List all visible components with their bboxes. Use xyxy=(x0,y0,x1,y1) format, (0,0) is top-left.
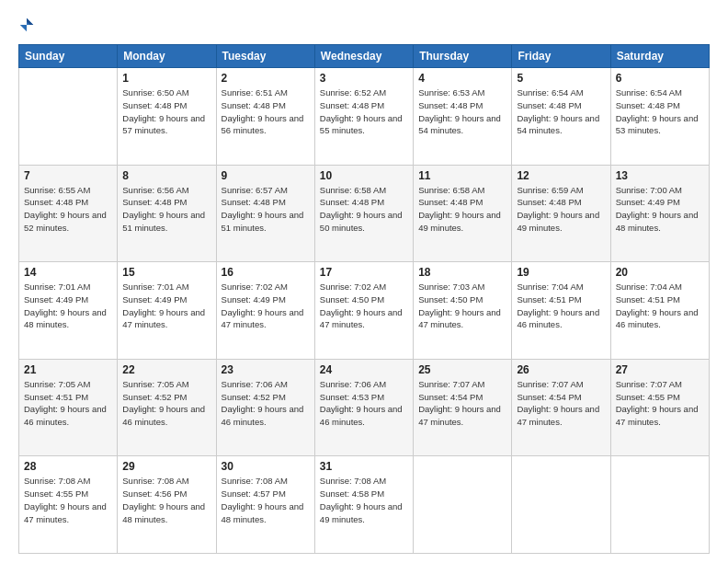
calendar-cell xyxy=(610,456,709,554)
col-header-friday: Friday xyxy=(512,45,610,68)
calendar-week-row: 14Sunrise: 7:01 AM Sunset: 4:49 PM Dayli… xyxy=(19,262,710,360)
day-info: Sunrise: 7:00 AM Sunset: 4:49 PM Dayligh… xyxy=(616,184,704,235)
calendar-cell: 14Sunrise: 7:01 AM Sunset: 4:49 PM Dayli… xyxy=(19,262,118,360)
day-number: 10 xyxy=(320,169,408,182)
calendar-cell: 1Sunrise: 6:50 AM Sunset: 4:48 PM Daylig… xyxy=(118,68,216,166)
calendar-cell: 27Sunrise: 7:07 AM Sunset: 4:55 PM Dayli… xyxy=(610,359,709,456)
day-number: 30 xyxy=(222,460,310,473)
day-info: Sunrise: 6:58 AM Sunset: 4:48 PM Dayligh… xyxy=(320,184,408,235)
calendar-week-row: 1Sunrise: 6:50 AM Sunset: 4:48 PM Daylig… xyxy=(19,68,710,166)
calendar-header-row: SundayMondayTuesdayWednesdayThursdayFrid… xyxy=(19,45,710,68)
calendar-cell: 6Sunrise: 6:54 AM Sunset: 4:48 PM Daylig… xyxy=(610,68,709,166)
day-info: Sunrise: 6:56 AM Sunset: 4:48 PM Dayligh… xyxy=(122,184,210,235)
header xyxy=(18,17,710,33)
day-number: 14 xyxy=(24,266,112,279)
calendar-week-row: 21Sunrise: 7:05 AM Sunset: 4:51 PM Dayli… xyxy=(19,359,710,456)
day-number: 13 xyxy=(616,169,704,182)
day-info: Sunrise: 6:53 AM Sunset: 4:48 PM Dayligh… xyxy=(418,86,506,137)
logo-icon xyxy=(18,17,35,33)
day-number: 28 xyxy=(24,460,112,473)
calendar-cell: 28Sunrise: 7:08 AM Sunset: 4:55 PM Dayli… xyxy=(19,456,118,554)
day-info: Sunrise: 6:50 AM Sunset: 4:48 PM Dayligh… xyxy=(122,86,210,137)
calendar-cell: 26Sunrise: 7:07 AM Sunset: 4:54 PM Dayli… xyxy=(512,359,610,456)
calendar-table: SundayMondayTuesdayWednesdayThursdayFrid… xyxy=(18,44,710,554)
day-info: Sunrise: 6:52 AM Sunset: 4:48 PM Dayligh… xyxy=(320,86,408,137)
day-number: 25 xyxy=(418,363,506,376)
calendar-cell: 3Sunrise: 6:52 AM Sunset: 4:48 PM Daylig… xyxy=(314,68,413,166)
calendar-cell: 12Sunrise: 6:59 AM Sunset: 4:48 PM Dayli… xyxy=(512,165,610,262)
calendar-cell: 29Sunrise: 7:08 AM Sunset: 4:56 PM Dayli… xyxy=(118,456,216,554)
day-number: 23 xyxy=(222,363,310,376)
day-number: 24 xyxy=(320,363,408,376)
day-info: Sunrise: 7:05 AM Sunset: 4:52 PM Dayligh… xyxy=(122,378,210,429)
day-info: Sunrise: 7:08 AM Sunset: 4:56 PM Dayligh… xyxy=(122,475,210,525)
day-number: 22 xyxy=(122,363,210,376)
calendar-cell: 5Sunrise: 6:54 AM Sunset: 4:48 PM Daylig… xyxy=(512,68,610,166)
calendar-cell: 22Sunrise: 7:05 AM Sunset: 4:52 PM Dayli… xyxy=(118,359,216,456)
day-number: 20 xyxy=(616,266,704,279)
calendar-cell xyxy=(19,68,118,166)
col-header-wednesday: Wednesday xyxy=(314,45,413,68)
day-info: Sunrise: 7:04 AM Sunset: 4:51 PM Dayligh… xyxy=(517,281,605,331)
calendar-cell: 21Sunrise: 7:05 AM Sunset: 4:51 PM Dayli… xyxy=(19,359,118,456)
day-number: 29 xyxy=(122,460,210,473)
day-number: 16 xyxy=(222,266,310,279)
calendar-cell: 9Sunrise: 6:57 AM Sunset: 4:48 PM Daylig… xyxy=(216,165,314,262)
day-number: 2 xyxy=(222,72,310,85)
day-number: 21 xyxy=(24,363,112,376)
day-info: Sunrise: 6:58 AM Sunset: 4:48 PM Dayligh… xyxy=(418,184,506,235)
day-number: 17 xyxy=(320,266,408,279)
calendar-cell: 4Sunrise: 6:53 AM Sunset: 4:48 PM Daylig… xyxy=(414,68,512,166)
calendar-cell: 10Sunrise: 6:58 AM Sunset: 4:48 PM Dayli… xyxy=(314,165,413,262)
day-number: 1 xyxy=(122,72,210,85)
day-info: Sunrise: 7:06 AM Sunset: 4:53 PM Dayligh… xyxy=(320,378,408,429)
calendar-cell: 30Sunrise: 7:08 AM Sunset: 4:57 PM Dayli… xyxy=(216,456,314,554)
day-info: Sunrise: 6:57 AM Sunset: 4:48 PM Dayligh… xyxy=(222,184,310,235)
calendar-cell: 7Sunrise: 6:55 AM Sunset: 4:48 PM Daylig… xyxy=(19,165,118,262)
calendar-cell: 11Sunrise: 6:58 AM Sunset: 4:48 PM Dayli… xyxy=(414,165,512,262)
calendar-cell: 24Sunrise: 7:06 AM Sunset: 4:53 PM Dayli… xyxy=(314,359,413,456)
logo xyxy=(18,17,36,33)
day-info: Sunrise: 7:08 AM Sunset: 4:55 PM Dayligh… xyxy=(24,475,112,525)
col-header-saturday: Saturday xyxy=(610,45,709,68)
calendar-week-row: 28Sunrise: 7:08 AM Sunset: 4:55 PM Dayli… xyxy=(19,456,710,554)
day-number: 12 xyxy=(517,169,605,182)
calendar-cell xyxy=(414,456,512,554)
calendar-cell: 31Sunrise: 7:08 AM Sunset: 4:58 PM Dayli… xyxy=(314,456,413,554)
calendar-cell: 8Sunrise: 6:56 AM Sunset: 4:48 PM Daylig… xyxy=(118,165,216,262)
calendar-cell: 18Sunrise: 7:03 AM Sunset: 4:50 PM Dayli… xyxy=(414,262,512,360)
day-number: 7 xyxy=(24,169,112,182)
calendar-cell: 19Sunrise: 7:04 AM Sunset: 4:51 PM Dayli… xyxy=(512,262,610,360)
day-info: Sunrise: 7:01 AM Sunset: 4:49 PM Dayligh… xyxy=(24,281,112,331)
col-header-thursday: Thursday xyxy=(414,45,512,68)
col-header-sunday: Sunday xyxy=(19,45,118,68)
col-header-monday: Monday xyxy=(118,45,216,68)
col-header-tuesday: Tuesday xyxy=(216,45,314,68)
day-number: 9 xyxy=(222,169,310,182)
day-info: Sunrise: 7:03 AM Sunset: 4:50 PM Dayligh… xyxy=(418,281,506,331)
day-info: Sunrise: 6:55 AM Sunset: 4:48 PM Dayligh… xyxy=(24,184,112,235)
day-number: 8 xyxy=(122,169,210,182)
day-info: Sunrise: 6:54 AM Sunset: 4:48 PM Dayligh… xyxy=(517,86,605,137)
calendar-page: SundayMondayTuesdayWednesdayThursdayFrid… xyxy=(0,0,728,563)
day-info: Sunrise: 6:54 AM Sunset: 4:48 PM Dayligh… xyxy=(616,86,704,137)
day-info: Sunrise: 7:08 AM Sunset: 4:57 PM Dayligh… xyxy=(222,475,310,525)
day-info: Sunrise: 7:05 AM Sunset: 4:51 PM Dayligh… xyxy=(24,378,112,429)
day-number: 15 xyxy=(122,266,210,279)
day-number: 3 xyxy=(320,72,408,85)
calendar-cell: 13Sunrise: 7:00 AM Sunset: 4:49 PM Dayli… xyxy=(610,165,709,262)
calendar-cell: 20Sunrise: 7:04 AM Sunset: 4:51 PM Dayli… xyxy=(610,262,709,360)
calendar-cell: 2Sunrise: 6:51 AM Sunset: 4:48 PM Daylig… xyxy=(216,68,314,166)
calendar-cell: 16Sunrise: 7:02 AM Sunset: 4:49 PM Dayli… xyxy=(216,262,314,360)
day-number: 6 xyxy=(616,72,704,85)
day-number: 11 xyxy=(418,169,506,182)
calendar-cell: 23Sunrise: 7:06 AM Sunset: 4:52 PM Dayli… xyxy=(216,359,314,456)
day-info: Sunrise: 7:01 AM Sunset: 4:49 PM Dayligh… xyxy=(122,281,210,331)
day-number: 5 xyxy=(517,72,605,85)
day-info: Sunrise: 6:51 AM Sunset: 4:48 PM Dayligh… xyxy=(222,86,310,137)
day-number: 4 xyxy=(418,72,506,85)
day-info: Sunrise: 7:06 AM Sunset: 4:52 PM Dayligh… xyxy=(222,378,310,429)
day-info: Sunrise: 7:08 AM Sunset: 4:58 PM Dayligh… xyxy=(320,475,408,525)
day-info: Sunrise: 7:02 AM Sunset: 4:49 PM Dayligh… xyxy=(222,281,310,331)
day-info: Sunrise: 6:59 AM Sunset: 4:48 PM Dayligh… xyxy=(517,184,605,235)
